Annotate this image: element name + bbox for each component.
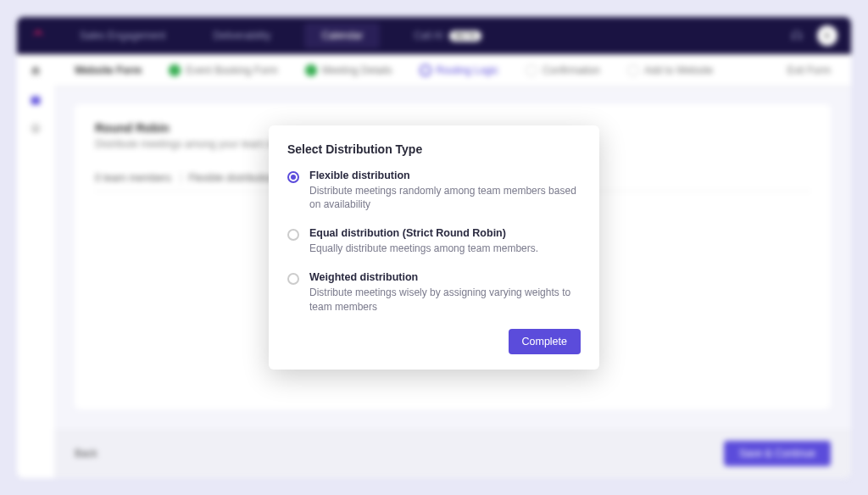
radio-icon <box>287 229 299 241</box>
option-desc: Distribute meetings wisely by assigning … <box>309 286 581 314</box>
modal-footer: Complete <box>287 329 581 354</box>
option-equal[interactable]: Equal distribution (Strict Round Robin) … <box>287 227 581 256</box>
modal-overlay: Select Distribution Type Flexible distri… <box>0 0 868 495</box>
radio-icon <box>287 273 299 285</box>
option-desc: Distribute meetings randomly among team … <box>309 184 581 213</box>
option-label: Weighted distribution <box>309 271 581 283</box>
option-weighted[interactable]: Weighted distribution Distribute meeting… <box>287 271 581 314</box>
complete-button[interactable]: Complete <box>509 329 581 354</box>
option-label: Flexible distribution <box>309 170 581 181</box>
modal-title: Select Distribution Type <box>287 142 581 156</box>
option-desc: Equally distribute meetings among team m… <box>309 242 538 256</box>
option-flexible[interactable]: Flexible distribution Distribute meeting… <box>287 170 581 213</box>
distribution-modal: Select Distribution Type Flexible distri… <box>269 125 599 370</box>
radio-icon <box>287 171 299 183</box>
option-label: Equal distribution (Strict Round Robin) <box>309 227 538 239</box>
